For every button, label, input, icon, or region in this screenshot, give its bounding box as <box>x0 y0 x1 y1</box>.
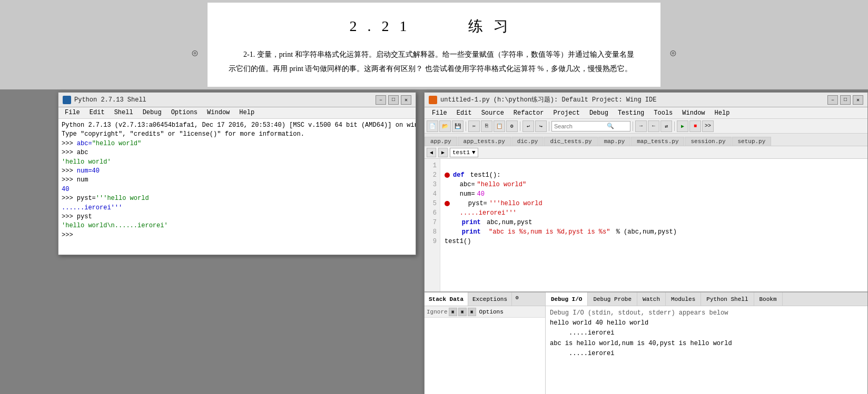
nav-forward-btn[interactable]: ▶ <box>438 148 448 157</box>
tab-debug-probe[interactable]: Debug Probe <box>588 292 637 306</box>
shell-type-line: Type "copyright", "credits" or "license(… <box>62 130 412 139</box>
shell-header-line: Python 2.7.13 (v2.7.13:a06454b1afa1, Dec… <box>62 121 412 130</box>
line-num-1: 1 <box>428 161 437 170</box>
keyword-def: def <box>453 170 465 180</box>
menu-debug[interactable]: Debug <box>139 108 166 117</box>
wing-titlebar: untitled-1.py (h:\python练习题): Default Pr… <box>425 93 867 107</box>
wing-menu-testing[interactable]: Testing <box>614 109 648 117</box>
toolbar-redo-btn[interactable]: ↪ <box>535 120 547 132</box>
function-nav-label: test1 <box>452 149 470 156</box>
tab-stack-data[interactable]: Stack Data <box>425 292 468 306</box>
wing-menu-debug[interactable]: Debug <box>585 109 613 117</box>
minimize-button[interactable]: － <box>376 95 386 105</box>
wing-menu-window[interactable]: Window <box>678 109 709 117</box>
code-line-8: print "abc is %s,num is %d,pyst is %s" %… <box>445 227 863 237</box>
toolbar-more-btn[interactable]: >> <box>702 120 714 132</box>
menu-file[interactable]: File <box>61 108 84 117</box>
menu-window[interactable]: Window <box>203 108 234 117</box>
tab-exceptions[interactable]: Exceptions <box>468 292 512 306</box>
nav-back-btn[interactable]: ◀ <box>427 148 436 157</box>
wing-menu-help[interactable]: Help <box>711 109 734 117</box>
doc-nav-left-icon[interactable]: ◎ <box>187 45 203 60</box>
menu-edit[interactable]: Edit <box>85 108 109 117</box>
python-shell-content[interactable]: Python 2.7.13 (v2.7.13:a06454b1afa1, Dec… <box>58 119 416 255</box>
line-num-2: 2 <box>428 170 437 180</box>
wing-nav-bar: ◀ ▶ test1 ▼ <box>425 146 867 159</box>
shell-line-8: ......ierorei''' <box>62 204 412 213</box>
left-tb-btn2[interactable]: ▣ <box>458 308 467 316</box>
file-tab-map[interactable]: map.py <box>598 137 631 146</box>
file-tab-app[interactable]: app.py <box>425 137 457 146</box>
tab-watch[interactable]: Watch <box>637 292 666 306</box>
toolbar-new-btn[interactable]: 📄 <box>427 120 438 132</box>
code-editor[interactable]: 1 2 3 4 5 6 7 8 9 def test1(): abc="hell… <box>425 159 867 291</box>
wing-close-button[interactable]: ✕ <box>853 95 863 105</box>
toolbar-cut-btn[interactable]: ✂ <box>468 120 480 132</box>
wing-minimize-button[interactable]: － <box>827 95 838 105</box>
doc-body: 2-1. 变量，print 和字符串格式化运算符。启动交互式解释器。给一些变量赋… <box>229 48 639 76</box>
code-line-2: def test1(): <box>445 170 863 180</box>
tab-debug-io[interactable]: Debug I/O <box>546 292 588 306</box>
tab-python-shell[interactable]: Python Shell <box>701 292 754 306</box>
wing-file-tabs: app.py app_tests.py dic.py dic_tests.py … <box>425 134 867 146</box>
doc-nav-right-icon[interactable]: ◎ <box>665 45 681 60</box>
tab-modules[interactable]: Modules <box>666 292 701 306</box>
line-num-4: 4 <box>428 189 437 199</box>
file-tab-dic-tests[interactable]: dic_tests.py <box>544 137 597 146</box>
toolbar-open-btn[interactable]: 📂 <box>439 120 451 132</box>
debug-io-header: Debug I/O (stdin, stdout, stderr) appear… <box>550 308 863 318</box>
debug-output-line-2: .....ierorei <box>550 328 863 338</box>
maximize-button[interactable]: □ <box>388 95 399 105</box>
line-num-3: 3 <box>428 180 437 189</box>
search-box[interactable]: 🔍 <box>551 121 630 132</box>
line-num-9: 9 <box>428 237 437 246</box>
function-nav-dropdown[interactable]: test1 ▼ <box>450 148 478 157</box>
search-input[interactable] <box>554 123 607 129</box>
wing-menu-file[interactable]: File <box>428 109 451 117</box>
shell-line-1: >>> abc="hello world" <box>62 139 412 148</box>
left-panel-content <box>425 318 545 394</box>
python-icon <box>63 96 71 104</box>
left-panel-toolbar: Ignore ▣ ▣ ▣ Options <box>425 306 545 318</box>
wing-title-left: untitled-1.py (h:\python练习题): Default Pr… <box>429 95 656 104</box>
right-bottom-panel: Debug I/O Debug Probe Watch Modules Pyth… <box>546 292 867 394</box>
left-tb-btn3[interactable]: ▣ <box>468 308 476 316</box>
python-shell-window: Python 2.7.13 Shell － □ ✕ File Edit Shel… <box>58 92 416 255</box>
toolbar-indent2-btn[interactable]: ⇄ <box>660 120 672 132</box>
toolbar-stop-btn[interactable]: ■ <box>689 120 701 132</box>
toolbar-extra-btn[interactable]: ⚙ <box>506 120 518 132</box>
toolbar-run-btn[interactable]: ▶ <box>677 120 688 132</box>
keyword-print-8: print <box>462 227 481 237</box>
tab-expand-icon[interactable]: ⚙ <box>512 292 522 303</box>
menu-shell[interactable]: Shell <box>110 108 137 117</box>
toolbar-save-btn[interactable]: 💾 <box>452 120 463 132</box>
wing-maximize-button[interactable]: □ <box>840 95 851 105</box>
close-button[interactable]: ✕ <box>401 95 411 105</box>
toolbar-copy-btn[interactable]: ⎘ <box>481 120 492 132</box>
wing-menu-tools[interactable]: Tools <box>649 109 677 117</box>
code-op-8: % (abc,num,pyst) <box>612 227 676 237</box>
left-tb-btn1[interactable]: ▣ <box>449 308 457 316</box>
wing-menu-edit[interactable]: Edit <box>452 109 476 117</box>
wing-titlebar-controls: － □ ✕ <box>827 95 863 105</box>
menu-options[interactable]: Options <box>167 108 202 117</box>
wing-menu-source[interactable]: Source <box>477 109 508 117</box>
file-tab-map-tests[interactable]: map_tests.py <box>631 137 684 146</box>
menu-help[interactable]: Help <box>235 108 259 117</box>
code-call-9: test1() <box>445 237 471 246</box>
toolbar-undo-btn[interactable]: ↩ <box>522 120 534 132</box>
toolbar-indent-btn[interactable]: → <box>635 120 647 132</box>
tab-bookmarks[interactable]: Bookm <box>754 292 783 306</box>
file-tab-dic[interactable]: dic.py <box>511 137 544 146</box>
options-label[interactable]: Options <box>479 309 504 315</box>
file-tab-session[interactable]: session.py <box>685 137 731 146</box>
file-tab-app-tests[interactable]: app_tests.py <box>458 137 511 146</box>
code-indent-8 <box>445 227 460 237</box>
wing-menu-project[interactable]: Project <box>549 109 584 117</box>
left-panel-tabs: Stack Data Exceptions ⚙ <box>425 292 545 306</box>
code-content[interactable]: def test1(): abc="hello world" num=40 py… <box>440 159 867 291</box>
wing-menu-refactor[interactable]: Refactor <box>509 109 548 117</box>
file-tab-setup[interactable]: setup.py <box>732 137 772 146</box>
toolbar-outdent-btn[interactable]: ← <box>648 120 659 132</box>
toolbar-paste-btn[interactable]: 📋 <box>494 120 505 132</box>
